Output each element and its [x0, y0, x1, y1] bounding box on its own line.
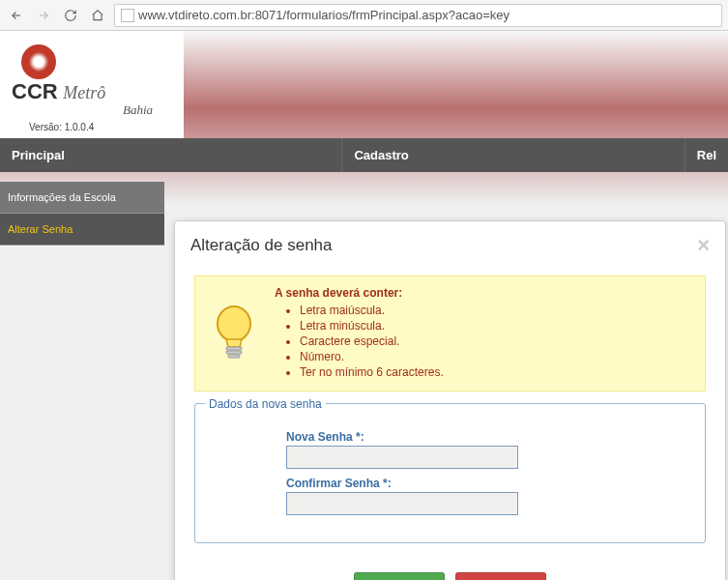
nova-senha-fieldset: Dados da nova senha Nova Senha *: Confir… [194, 403, 706, 543]
close-icon[interactable]: × [697, 235, 710, 256]
logo-brand-ccr: CCR [12, 79, 58, 103]
rule-item: Ter no mínimo 6 caracteres. [300, 365, 444, 379]
password-rules-box: A senha deverá conter: Letra maiúscula. … [194, 276, 706, 392]
svg-rect-3 [228, 355, 240, 358]
confirmar-senha-label: Confirmar Senha *: [286, 477, 691, 490]
svg-point-0 [218, 306, 250, 341]
page: CCR Metrô Bahia Versão: 1.0.0.4 Principa… [0, 31, 728, 580]
nav-cadastro[interactable]: Cadastro [342, 138, 684, 172]
app-version: Versão: 1.0.0.4 [29, 122, 172, 132]
modal-footer: Salvar Não [175, 559, 725, 580]
url-text: www.vtdireto.com.br:8071/formularios/frm… [138, 8, 510, 22]
rule-item: Caractere especial. [300, 334, 444, 348]
rules-list: Letra maiúscula. Letra minúscula. Caract… [275, 304, 444, 379]
nova-senha-label: Nova Senha *: [286, 430, 691, 444]
fieldset-legend: Dados da nova senha [205, 397, 326, 411]
sidebar-item-info-escola[interactable]: Informações da Escola [0, 182, 164, 214]
logo-area: CCR Metrô Bahia Versão: 1.0.0.4 [0, 31, 184, 138]
nav-principal[interactable]: Principal [0, 138, 342, 172]
salvar-button[interactable]: Salvar [354, 572, 445, 580]
browser-toolbar: www.vtdireto.com.br:8071/formularios/frm… [0, 0, 728, 31]
rule-item: Número. [300, 350, 444, 363]
svg-rect-1 [226, 347, 242, 350]
rule-item: Letra minúscula. [300, 319, 444, 333]
forward-button[interactable] [33, 5, 54, 26]
nav-relatorios[interactable]: Rel [685, 138, 728, 172]
sidebar: Informações da Escola Alterar Senha [0, 182, 164, 246]
page-icon [121, 9, 134, 22]
logo-brand-metro: Metrô [63, 83, 105, 102]
modal-title: Alteração de senha [190, 236, 333, 255]
rule-item: Letra maiúscula. [300, 304, 444, 317]
back-button[interactable] [6, 5, 27, 26]
top-nav: Principal Cadastro Rel [0, 138, 728, 172]
reload-button[interactable] [60, 5, 81, 26]
sidebar-item-alterar-senha[interactable]: Alterar Senha [0, 214, 164, 246]
logo-mark-icon [21, 44, 56, 79]
confirmar-senha-input[interactable] [286, 492, 518, 515]
nova-senha-input[interactable] [286, 446, 518, 469]
nao-button[interactable]: Não [455, 572, 546, 580]
modal-alteracao-senha: Alteração de senha × A senha deverá cont… [174, 220, 726, 580]
home-button[interactable] [87, 5, 108, 26]
url-bar[interactable]: www.vtdireto.com.br:8071/formularios/frm… [114, 4, 722, 27]
svg-rect-2 [226, 351, 242, 354]
rules-title: A senha deverá conter: [275, 286, 444, 300]
lightbulb-icon [207, 286, 261, 381]
logo-brand-bahia: Bahia [12, 102, 172, 118]
